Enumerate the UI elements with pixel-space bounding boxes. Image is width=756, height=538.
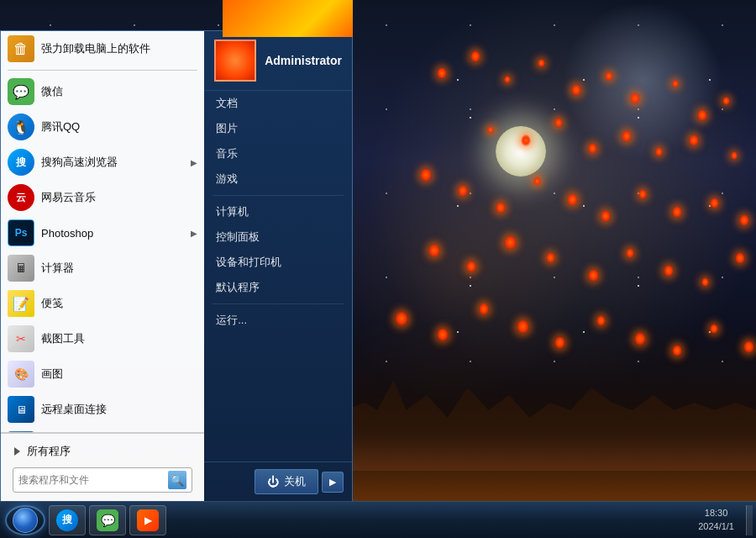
menu-item-rdp[interactable]: 🖥 远程桌面连接 (1, 392, 204, 427)
menu-item-wechat[interactable]: 💬 微信 (1, 74, 204, 109)
start-menu: 🗑 强力卸载电脑上的软件 💬 微信 🐧 腾讯QQ 搜 搜狗高速浏览器 ▶ (0, 30, 353, 501)
lantern (634, 332, 646, 345)
right-menu-control[interactable]: 控制面板 (204, 224, 352, 250)
right-menu-devices[interactable]: 设备和打印机 (204, 250, 352, 275)
right-divider-2 (213, 303, 344, 304)
lantern (567, 193, 578, 206)
lantern (428, 244, 440, 257)
lantern (630, 92, 640, 104)
show-desktop-button[interactable] (746, 505, 753, 535)
menu-item-uninstall[interactable]: 🗑 强力卸载电脑上的软件 (1, 31, 204, 66)
right-menu-run[interactable]: 运行... (204, 308, 352, 333)
all-programs-label: 所有程序 (27, 444, 191, 459)
menu-item-qq[interactable]: 🐧 腾讯QQ (1, 109, 204, 145)
taskbar-system-area: 18:30 2024/1/1 (693, 507, 746, 533)
lantern (731, 151, 738, 160)
shutdown-button[interactable]: ⏻ 关机 (255, 469, 318, 494)
lantern (479, 303, 489, 315)
lantern (517, 319, 529, 334)
sogou-icon: 搜 (8, 149, 34, 176)
start-orb-icon (13, 508, 38, 533)
taskbar-wechat-button[interactable]: 💬 (89, 505, 126, 535)
right-divider-1 (213, 195, 344, 196)
all-programs-arrow-icon (14, 447, 20, 456)
lantern (701, 277, 709, 287)
rdp-icon: 🖥 (8, 396, 34, 423)
menu-item-netease[interactable]: 云 网易云音乐 (1, 180, 204, 215)
photoshop-icon: Ps (8, 219, 34, 246)
music-label: 音乐 (216, 146, 238, 161)
lantern (596, 315, 606, 326)
menu-item-paint[interactable]: 🎨 画图 (1, 356, 204, 392)
menu-item-notes[interactable]: 📝 便笺 (1, 286, 204, 321)
user-section: Administrator (204, 31, 352, 91)
lantern (697, 109, 707, 121)
right-menu-music[interactable]: 音乐 (204, 141, 352, 166)
lantern (458, 185, 468, 197)
start-button[interactable] (5, 505, 45, 535)
shutdown-label: 关机 (284, 474, 306, 489)
menu-item-netease-label: 网易云音乐 (41, 190, 197, 205)
lantern (571, 84, 581, 96)
clock-date: 2024/1/1 (698, 520, 734, 533)
menu-item-snip[interactable]: ✂ 截图工具 (1, 321, 204, 356)
lantern (735, 252, 745, 264)
taskbar-wechat-icon: 💬 (97, 509, 118, 531)
right-menu-computer[interactable]: 计算机 (204, 199, 352, 224)
lantern (672, 345, 682, 356)
menu-item-sogou-label: 搜狗高速浏览器 (41, 155, 191, 170)
menu-item-paint-label: 画图 (41, 367, 197, 382)
notes-icon: 📝 (8, 290, 34, 317)
snip-icon: ✂ (8, 325, 34, 352)
lantern (588, 269, 599, 282)
menu-divider-1 (8, 70, 197, 71)
search-input[interactable] (18, 474, 168, 486)
menu-item-qq-label: 腾讯QQ (41, 119, 197, 134)
all-programs-item[interactable]: 所有程序 (8, 439, 197, 464)
lantern (437, 67, 447, 79)
games-label: 游戏 (216, 171, 238, 187)
right-menu-defaults[interactable]: 默认程序 (204, 275, 352, 300)
devices-label: 设备和打印机 (216, 255, 281, 270)
shutdown-arrow-button[interactable]: ▶ (322, 472, 344, 493)
right-menu-games[interactable]: 游戏 (204, 166, 352, 192)
defaults-label: 默认程序 (216, 280, 260, 295)
lantern (554, 118, 563, 128)
docs-label: 文档 (216, 96, 238, 111)
taskbar-sogou-button[interactable]: 搜 (49, 505, 86, 535)
power-icon: ⏻ (267, 475, 279, 488)
lantern (638, 189, 647, 199)
lantern (466, 261, 476, 272)
start-menu-left-panel: 🗑 强力卸载电脑上的软件 💬 微信 🐧 腾讯QQ 搜 搜狗高速浏览器 ▶ (1, 31, 204, 501)
lantern (672, 206, 682, 218)
lantern (743, 340, 754, 353)
menu-item-calculator[interactable]: 🖩 计算器 (1, 251, 204, 286)
calculator-icon: 🖩 (8, 255, 34, 282)
user-avatar (214, 40, 256, 82)
lantern (601, 210, 611, 222)
menu-item-photoshop[interactable]: Ps Photoshop ▶ (1, 215, 204, 251)
computer-label: 计算机 (216, 204, 249, 219)
menu-item-notes-label: 便笺 (41, 296, 197, 311)
lantern (710, 198, 719, 208)
menu-item-sogou[interactable]: 搜 搜狗高速浏览器 ▶ (1, 145, 204, 180)
shutdown-section: ⏻ 关机 ▶ (204, 462, 352, 501)
lantern (672, 80, 679, 87)
lantern (504, 235, 517, 250)
search-button[interactable]: 🔍 (168, 471, 186, 489)
photoshop-arrow-icon: ▶ (191, 229, 197, 238)
lantern (588, 143, 597, 154)
menu-item-magnify[interactable]: 🔍 放大镜 (1, 427, 204, 432)
system-clock: 18:30 2024/1/1 (693, 507, 739, 533)
lantern (554, 336, 565, 349)
username-label: Administrator (265, 54, 342, 67)
taskbar-media-button[interactable]: ▶ (129, 505, 166, 535)
pics-label: 图片 (216, 121, 238, 136)
lantern (533, 177, 541, 186)
clock-time: 18:30 (698, 507, 734, 520)
right-menu-docs[interactable]: 文档 (204, 91, 352, 116)
top-strip-image (223, 0, 353, 37)
lantern (437, 328, 449, 341)
right-menu-pics[interactable]: 图片 (204, 116, 352, 141)
lantern (622, 130, 632, 142)
